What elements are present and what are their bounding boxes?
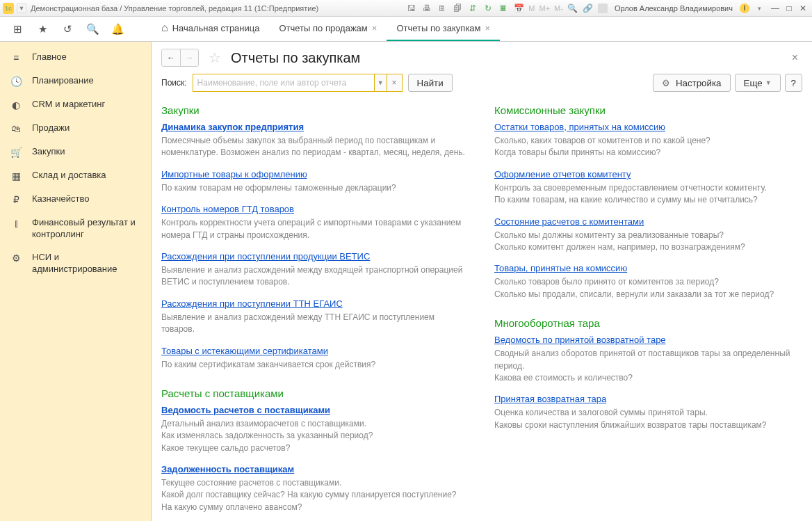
settings-label: Настройка — [676, 78, 722, 88]
report-description: Сколько, каких товаров от комитентов и п… — [494, 135, 802, 159]
report-link[interactable]: Задолженность поставщикам — [161, 464, 294, 474]
report-description: Сводный анализ оборотов принятой от пост… — [494, 348, 802, 384]
report-description: Выявление и анализ расхождений между вхо… — [161, 264, 469, 289]
nav-forward-button[interactable]: → — [180, 49, 198, 66]
section-heading: Комиссионные закупки — [494, 104, 802, 116]
sidebar-item[interactable]: ≡Главное — [0, 46, 151, 70]
nav-back-button[interactable]: ← — [162, 49, 180, 66]
calculator-icon[interactable]: 🖩 — [498, 3, 509, 14]
report-link[interactable]: Расхождения при поступлении ТТН ЕГАИС — [161, 298, 343, 309]
memory-mplus[interactable]: M+ — [539, 4, 551, 13]
save-icon[interactable]: 🖫 — [406, 3, 417, 14]
minimize-button[interactable]: — — [769, 3, 781, 14]
sidebar-item[interactable]: 🛍Продажи — [0, 117, 151, 141]
report-link[interactable]: Состояние расчетов с комитентами — [494, 216, 644, 227]
history-icon[interactable]: ↺ — [61, 23, 74, 35]
apps-icon[interactable]: ⊞ — [11, 23, 24, 35]
sidebar-icon: ◐ — [10, 99, 22, 111]
report-link[interactable]: Ведомость по принятой возвратной таре — [494, 335, 666, 345]
sidebar-item[interactable]: ⚙НСИ и администрирование — [0, 246, 151, 281]
sidebar-item-label: Планирование — [32, 75, 94, 87]
document-icon[interactable]: 🗎 — [437, 3, 448, 14]
sidebar-item[interactable]: ◐CRM и маркетинг — [0, 93, 151, 117]
sidebar-icon: 🛍 — [10, 122, 22, 135]
maximize-button[interactable]: □ — [783, 3, 795, 14]
sidebar-icon: ⚙ — [10, 252, 22, 264]
sidebar-icon: ≡ — [10, 51, 22, 64]
report-link[interactable]: Расхождения при поступлении продукции ВЕ… — [161, 251, 370, 262]
report-link[interactable]: Товары, принятые на комиссию — [494, 263, 627, 273]
search-clear-button[interactable]: × — [387, 74, 402, 91]
report-description: Сколько мы должны комитенту за реализова… — [494, 230, 802, 254]
find-button[interactable]: Найти — [408, 74, 453, 92]
sidebar-item-label: Главное — [32, 51, 67, 63]
report-link[interactable]: Оформление отчетов комитенту — [494, 169, 631, 179]
report-description: Помесячные объемы закупок за выбранный п… — [161, 135, 469, 159]
notifications-icon[interactable]: 🔔 — [111, 23, 124, 35]
user-name[interactable]: Орлов Александр Владимирович — [615, 4, 733, 13]
calendar-icon[interactable]: 📅 — [513, 3, 524, 14]
close-window-button[interactable]: ✕ — [797, 3, 809, 14]
tab-sales-reports[interactable]: Отчеты по продажам× — [269, 16, 387, 41]
print-icon[interactable]: 🖶 — [421, 3, 432, 14]
star-icon[interactable]: ☆ — [209, 49, 221, 66]
zoom-icon[interactable]: 🔍 — [567, 3, 578, 14]
close-icon[interactable]: × — [372, 23, 377, 33]
sidebar-item[interactable]: 🕓Планирование — [0, 70, 151, 93]
sidebar-item-label: Финансовый результат и контроллинг — [32, 217, 141, 241]
report-description: Выявление и анализ расхождений между ТТН… — [161, 312, 469, 336]
report-link[interactable]: Ведомость расчетов с поставщиками — [161, 405, 330, 415]
sidebar-item-label: Склад и доставка — [32, 170, 106, 182]
page-title: Отчеты по закупкам — [231, 50, 360, 66]
chevron-down-icon: ▼ — [765, 79, 772, 86]
report-description: Детальный анализ взаиморасчетов с постав… — [161, 418, 469, 454]
report-description: По каким товарам не оформлены таможенные… — [161, 182, 469, 194]
report-link[interactable]: Принятая возвратная тара — [494, 394, 606, 404]
report-description: Сколько товаров было принято от комитент… — [494, 276, 802, 300]
sidebar-item-label: Продажи — [32, 122, 70, 134]
app-logo: 1c — [3, 3, 14, 14]
tab-purchase-reports[interactable]: Отчеты по закупкам× — [387, 16, 500, 41]
report-link[interactable]: Динамика закупок предприятия — [161, 122, 304, 132]
tab-label: Отчеты по закупкам — [396, 23, 480, 33]
sidebar-item[interactable]: ▦Склад и доставка — [0, 164, 151, 188]
tab-home-label: Начальная страница — [172, 23, 260, 33]
search-dropdown[interactable]: ▼ — [374, 74, 387, 91]
window-title: Демонстрационная база / Управление торго… — [31, 4, 406, 13]
report-link[interactable]: Товары с истекающими сертификатами — [161, 346, 328, 356]
app-menu-dropdown[interactable]: ▼ — [17, 3, 26, 13]
report-description: По каким сертификатам заканчивается срок… — [161, 359, 469, 371]
copy-icon[interactable]: 🗐 — [452, 3, 463, 14]
report-link[interactable]: Контроль номеров ГТД товаров — [161, 204, 294, 214]
help-button[interactable]: ? — [785, 74, 802, 92]
sidebar-item[interactable]: ⫿Финансовый результат и контроллинг — [0, 211, 151, 246]
report-description: Оценка количества и залоговой суммы прин… — [494, 407, 802, 431]
info-icon[interactable]: i — [740, 3, 749, 13]
sidebar-icon: 🕓 — [10, 75, 22, 88]
info-dropdown[interactable]: ▾ — [754, 3, 765, 14]
section-heading: Закупки — [161, 104, 469, 116]
link-icon[interactable]: 🔗 — [583, 3, 594, 14]
sidebar-icon: ⫿ — [10, 217, 22, 230]
close-icon[interactable]: × — [485, 23, 491, 33]
sidebar-item[interactable]: ₽Казначейство — [0, 188, 151, 211]
avatar — [598, 3, 608, 13]
report-link[interactable]: Остатки товаров, принятых на комиссию — [494, 122, 665, 132]
memory-mminus[interactable]: M- — [554, 4, 563, 13]
settings-button[interactable]: Настройка — [653, 74, 731, 92]
compare-icon[interactable]: ⇵ — [467, 3, 478, 14]
close-page-button[interactable]: × — [792, 51, 802, 64]
sidebar-item-label: НСИ и администрирование — [32, 252, 141, 275]
sidebar-item-label: Казначейство — [32, 193, 89, 205]
search-input[interactable] — [193, 74, 374, 91]
tab-home[interactable]: Начальная страница — [152, 16, 269, 41]
memory-m[interactable]: M — [528, 4, 535, 13]
sidebar-item-label: CRM и маркетинг — [32, 99, 105, 111]
sidebar-item[interactable]: 🛒Закупки — [0, 141, 151, 164]
report-link[interactable]: Импортные товары к оформлению — [161, 169, 307, 179]
more-button[interactable]: Еще ▼ — [735, 74, 781, 92]
refresh-icon[interactable]: ↻ — [482, 3, 494, 14]
search-icon[interactable]: 🔍 — [86, 23, 99, 35]
report-description: Текущее состояние расчетов с поставщикам… — [161, 477, 469, 513]
favorite-icon[interactable]: ★ — [36, 23, 49, 35]
